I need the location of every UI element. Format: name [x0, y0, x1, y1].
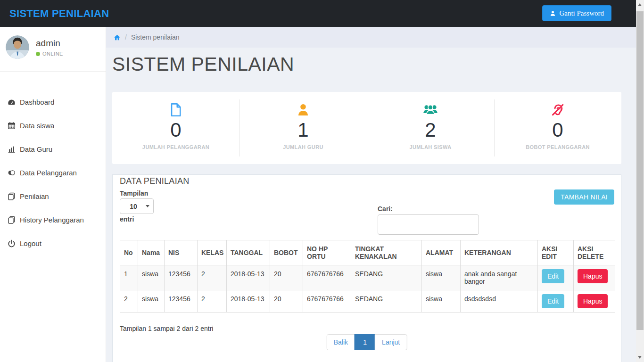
copy-icon: [8, 192, 16, 200]
data-table: No Nama NIS KELAS TANGGAL BOBOT NO HP OR…: [120, 240, 615, 313]
length-label-after: entri: [120, 215, 134, 223]
col-no[interactable]: No: [120, 240, 138, 265]
top-navbar: SISTEM PENILAIAN Ganti Password: [0, 0, 636, 27]
overlapping-circles-icon: [8, 169, 16, 177]
cell-nama: siswa: [138, 290, 165, 313]
col-no-hp-ortu[interactable]: NO HP ORTU: [303, 240, 351, 265]
sidebar-item-history-pelanggaran[interactable]: History Pelanggaran: [0, 208, 106, 231]
power-icon: [8, 239, 16, 247]
panel-title: DATA PENILAIAN: [120, 176, 190, 186]
stat-bobot-pelanggaran: 0 BOBOT PELANGGARAN: [494, 92, 621, 164]
app-brand: SISTEM PENILAIAN: [9, 0, 109, 27]
cell-nama: siswa: [138, 265, 165, 290]
stats-card: 0 JUMLAH PELANGGARAN 1 JUMLAH GURU 2 JUM…: [112, 92, 621, 164]
stat-label: JUMLAH PELANGGARAN: [112, 144, 239, 150]
col-alamat[interactable]: ALAMAT: [422, 240, 461, 265]
change-password-button[interactable]: Ganti Password: [542, 5, 611, 21]
stat-value: 1: [239, 119, 367, 141]
page-length-select[interactable]: 10: [120, 198, 154, 214]
file-icon: [112, 102, 239, 117]
edit-button[interactable]: Edit: [542, 294, 564, 308]
user-icon: [550, 10, 556, 16]
scrollbar-thumb[interactable]: [636, 11, 644, 330]
stat-jumlah-pelanggaran: 0 JUMLAH PELANGGARAN: [112, 92, 239, 164]
stat-value: 0: [494, 119, 621, 141]
breadcrumb: / Sistem penilaian: [106, 27, 636, 48]
cell-tingkat-kenakalan: SEDANG: [351, 265, 422, 290]
cell-alamat: siswa: [422, 265, 461, 290]
home-icon[interactable]: [114, 34, 121, 41]
main-content: / Sistem penilaian SISTEM PENILAIAN 0 JU…: [106, 27, 636, 362]
pagination-prev[interactable]: Balik: [327, 334, 355, 350]
cell-keterangan: anak anda sangat bangor: [461, 265, 538, 290]
pagination: Balik 1 Lanjut: [327, 334, 407, 350]
calendar-icon: [8, 122, 16, 130]
vertical-scrollbar[interactable]: [636, 0, 644, 362]
users-icon: [367, 102, 494, 117]
col-keterangan[interactable]: KETERANGAN: [461, 240, 538, 265]
breadcrumb-separator: /: [125, 33, 127, 41]
col-tingkat-kenakalan[interactable]: TINGKAT KENAKALAN: [351, 240, 422, 265]
stat-jumlah-guru: 1 JUMLAH GURU: [239, 92, 367, 164]
cell-no-hp-ortu: 6767676766: [303, 265, 351, 290]
cell-nis: 123456: [165, 290, 198, 313]
online-dot-icon: [36, 52, 40, 56]
stat-label: BOBOT PELANGGARAN: [494, 144, 621, 150]
cell-tanggal: 2018-05-13: [227, 290, 270, 313]
col-aksi-edit[interactable]: AKSI EDIT: [538, 240, 574, 265]
sidebar-item-dashboard[interactable]: Dashboard: [0, 90, 106, 114]
pagination-next[interactable]: Lanjut: [375, 334, 407, 350]
cell-tingkat-kenakalan: SEDANG: [351, 290, 422, 313]
data-penilaian-panel: DATA PENILAIAN Tampilan 10 entri Cari: T…: [112, 174, 621, 362]
page-title: SISTEM PENILAIAN: [112, 53, 294, 75]
stat-value: 2: [367, 119, 494, 141]
delete-button[interactable]: Hapus: [578, 269, 608, 283]
sidebar-item-logout[interactable]: Logout: [0, 231, 106, 255]
cell-nis: 123456: [165, 265, 198, 290]
cell-tanggal: 2018-05-13: [227, 265, 270, 290]
sidebar: admin ONLINE Dashboard Data siswa Data G…: [0, 27, 106, 362]
col-nis[interactable]: NIS: [165, 240, 198, 265]
profile-panel: admin ONLINE: [0, 27, 106, 72]
col-nama[interactable]: Nama: [138, 240, 165, 265]
pagination-page-1[interactable]: 1: [355, 334, 375, 350]
stat-jumlah-siswa: 2 JUMLAH SISWA: [367, 92, 494, 164]
cell-kelas: 2: [198, 290, 227, 313]
scroll-up-icon[interactable]: [638, 3, 642, 6]
edit-button[interactable]: Edit: [542, 269, 564, 283]
deaf-icon: [494, 102, 621, 117]
tambah-nilai-button[interactable]: TAMBAH NILAI: [554, 189, 614, 205]
col-tanggal[interactable]: TANGGAL: [227, 240, 270, 265]
table-row: 2 siswa 123456 2 2018-05-13 20 676767676…: [120, 290, 615, 313]
delete-button[interactable]: Hapus: [578, 294, 608, 308]
search-input[interactable]: [378, 214, 479, 235]
copy-icon: [8, 216, 16, 224]
breadcrumb-current: Sistem penilaian: [131, 33, 180, 41]
gauge-icon: [8, 98, 16, 106]
bar-chart-icon: [8, 145, 16, 153]
sidebar-item-data-guru[interactable]: Data Guru: [0, 137, 106, 161]
col-aksi-delete[interactable]: AKSI DELETE: [574, 240, 615, 265]
cell-bobot: 20: [270, 265, 303, 290]
profile-name: admin: [36, 38, 60, 49]
col-bobot[interactable]: BOBOT: [270, 240, 303, 265]
cell-no: 2: [120, 290, 138, 313]
avatar: [6, 35, 29, 59]
sidebar-item-data-siswa[interactable]: Data siswa: [0, 114, 106, 137]
stat-label: JUMLAH GURU: [239, 144, 367, 150]
col-kelas[interactable]: KELAS: [198, 240, 227, 265]
cell-no-hp-ortu: 6767676766: [303, 290, 351, 313]
cell-keterangan: dsdsdsdsd: [461, 290, 538, 313]
scroll-down-icon[interactable]: [638, 356, 642, 359]
search-label: Cari:: [378, 205, 393, 213]
stat-value: 0: [112, 119, 239, 141]
cell-alamat: siswa: [422, 290, 461, 313]
cell-kelas: 2: [198, 265, 227, 290]
sidebar-item-penilaian[interactable]: Penilaian: [0, 184, 106, 208]
person-icon: [239, 102, 367, 117]
online-status: ONLINE: [36, 51, 63, 57]
length-label-before: Tampilan: [120, 189, 148, 197]
sidebar-item-data-pelanggaran[interactable]: Data Pelanggaran: [0, 161, 106, 184]
cell-no: 1: [120, 265, 138, 290]
stat-label: JUMLAH SISWA: [367, 144, 494, 150]
